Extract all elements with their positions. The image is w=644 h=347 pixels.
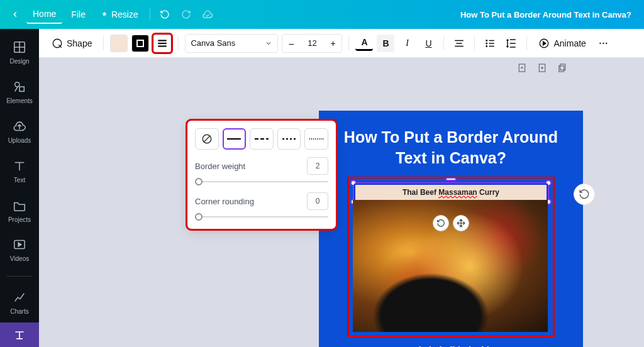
bold-button[interactable]: B bbox=[377, 35, 394, 52]
cloud-status-icon[interactable] bbox=[198, 5, 217, 24]
rail-videos-label: Videos bbox=[10, 255, 29, 262]
toolbar-separator bbox=[474, 36, 475, 50]
svg-line-26 bbox=[204, 136, 211, 143]
canvas-heading[interactable]: How To Put a Border Around Text in Canva… bbox=[330, 127, 572, 168]
border-weight-input[interactable]: 2 bbox=[307, 157, 328, 175]
font-size-stepper[interactable]: – 12 + bbox=[282, 34, 342, 53]
rail-apps[interactable] bbox=[0, 322, 39, 347]
toolbar-separator bbox=[348, 36, 349, 50]
rotate-button[interactable] bbox=[433, 215, 449, 231]
corner-rounding-row: Corner rounding 0 bbox=[195, 192, 328, 210]
border-style-row bbox=[195, 128, 328, 150]
text-color-button[interactable]: A bbox=[355, 36, 373, 51]
toolbar-separator bbox=[103, 36, 104, 50]
redo-button[interactable] bbox=[177, 5, 196, 24]
page-toolbar bbox=[516, 62, 569, 74]
home-link[interactable]: Home bbox=[26, 5, 62, 24]
corner-rounding-slider[interactable] bbox=[195, 212, 328, 221]
floating-controls bbox=[433, 215, 469, 231]
font-select[interactable]: Canva Sans bbox=[185, 34, 278, 53]
spacing-button[interactable] bbox=[502, 35, 520, 52]
rail-text-label: Text bbox=[14, 177, 25, 184]
move-button[interactable] bbox=[453, 215, 469, 231]
rail-design-label: Design bbox=[9, 58, 29, 65]
top-bar: Home File Resize How To Put a Border Aro… bbox=[0, 0, 644, 29]
border-weight-slider[interactable] bbox=[195, 177, 328, 186]
rail-projects[interactable]: Projects bbox=[0, 191, 39, 231]
border-dash-short-option[interactable] bbox=[277, 128, 301, 150]
canvas-area[interactable]: Border weight 2 Corner rounding 0 How To… bbox=[39, 58, 644, 347]
page-add-button[interactable] bbox=[536, 62, 548, 74]
corner-rounding-label: Corner rounding bbox=[195, 197, 254, 206]
selected-text-element[interactable]: Thai Beef Massaman Curry bbox=[354, 184, 548, 201]
italic-button[interactable]: I bbox=[398, 35, 416, 52]
main-row: Design Elements Uploads Text Projects Vi… bbox=[0, 29, 644, 347]
slider-thumb[interactable] bbox=[195, 178, 203, 185]
animate-label: Animate bbox=[553, 38, 586, 48]
border-solid-option[interactable] bbox=[223, 128, 247, 150]
border-weight-label: Border weight bbox=[195, 162, 245, 171]
rail-charts-label: Charts bbox=[10, 308, 28, 315]
border-none-option[interactable] bbox=[195, 128, 219, 150]
resize-menu[interactable]: Resize bbox=[94, 6, 145, 23]
border-dotted-option[interactable] bbox=[304, 128, 328, 150]
rail-separator bbox=[7, 276, 32, 277]
rail-projects-label: Projects bbox=[8, 216, 31, 223]
rail-uploads[interactable]: Uploads bbox=[0, 112, 39, 151]
separator bbox=[150, 8, 150, 21]
chevron-down-icon bbox=[265, 40, 272, 47]
context-toolbar: Shape Canva Sans – 12 + A B I bbox=[39, 29, 644, 58]
stage-wrap: Shape Canva Sans – 12 + A B I bbox=[39, 29, 644, 347]
toolbar-separator bbox=[526, 36, 527, 50]
page-up-button[interactable] bbox=[516, 62, 528, 74]
page-duplicate-button[interactable] bbox=[556, 62, 569, 74]
list-button[interactable] bbox=[481, 35, 499, 52]
underline-button[interactable]: U bbox=[419, 35, 437, 52]
animate-button[interactable]: Animate bbox=[533, 34, 591, 53]
svg-point-1 bbox=[15, 82, 19, 87]
font-size-increase[interactable]: + bbox=[324, 38, 341, 48]
corner-rounding-input[interactable]: 0 bbox=[307, 192, 328, 210]
border-dash-long-option[interactable] bbox=[250, 128, 274, 150]
undo-button[interactable] bbox=[155, 5, 174, 24]
text-part: Thai Beef bbox=[402, 188, 438, 197]
svg-rect-24 bbox=[559, 66, 564, 72]
align-button[interactable] bbox=[450, 35, 468, 52]
rail-videos[interactable]: Videos bbox=[0, 231, 39, 270]
border-style-button[interactable] bbox=[153, 34, 172, 53]
border-weight-row: Border weight 2 bbox=[195, 157, 328, 175]
shape-button[interactable]: Shape bbox=[47, 34, 97, 53]
shape-label: Shape bbox=[67, 38, 92, 48]
svg-point-11 bbox=[486, 40, 487, 41]
svg-rect-21 bbox=[519, 64, 525, 72]
rail-charts[interactable]: Charts bbox=[0, 283, 39, 322]
design-page[interactable]: How To Put a Border Around Text in Canva… bbox=[319, 111, 583, 347]
file-menu[interactable]: File bbox=[65, 6, 92, 23]
rail-text[interactable]: Text bbox=[0, 151, 39, 191]
border-color-swatch[interactable] bbox=[131, 35, 149, 52]
rail-elements[interactable]: Elements bbox=[0, 72, 39, 112]
rail-design[interactable]: Design bbox=[0, 33, 39, 72]
svg-point-13 bbox=[486, 45, 487, 47]
slider-thumb[interactable] bbox=[195, 213, 203, 221]
toolbar-separator bbox=[443, 36, 444, 50]
regenerate-button[interactable] bbox=[574, 184, 595, 205]
svg-rect-2 bbox=[19, 87, 24, 91]
back-button[interactable] bbox=[6, 6, 24, 23]
resize-handle-tm[interactable] bbox=[445, 177, 457, 181]
text-part: Curry bbox=[477, 188, 499, 197]
fill-color-swatch[interactable] bbox=[110, 35, 128, 52]
document-title[interactable]: How To Put a Border Around Text in Canva… bbox=[460, 10, 638, 19]
more-button[interactable]: ··· bbox=[595, 35, 613, 52]
svg-rect-23 bbox=[560, 64, 565, 70]
rail-uploads-label: Uploads bbox=[8, 137, 31, 144]
toolbar-separator bbox=[178, 36, 179, 50]
border-style-popup: Border weight 2 Corner rounding 0 bbox=[187, 121, 336, 229]
svg-point-12 bbox=[486, 43, 487, 44]
left-rail: Design Elements Uploads Text Projects Vi… bbox=[0, 29, 39, 347]
font-name: Canva Sans bbox=[191, 38, 235, 48]
annotation-frame: Thai Beef Massaman Curry bbox=[347, 177, 555, 338]
font-size-value[interactable]: 12 bbox=[300, 38, 324, 48]
font-size-decrease[interactable]: – bbox=[282, 38, 300, 48]
resize-label: Resize bbox=[111, 9, 138, 19]
